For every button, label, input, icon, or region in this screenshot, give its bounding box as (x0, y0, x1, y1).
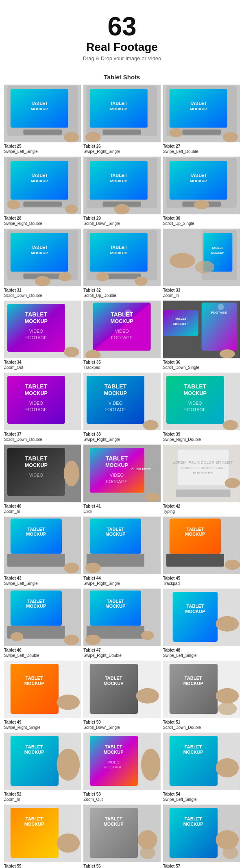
item-name: Tablet 44 (83, 576, 101, 580)
svg-text:MOCKUP: MOCKUP (106, 604, 126, 609)
item-name: Tablet 29 (83, 216, 101, 220)
list-item[interactable]: TABLET MOCKUP Tablet 44 Swipe_Right_Sing… (83, 517, 160, 586)
item-action: Zoom_In (4, 797, 20, 802)
svg-text:FOOTAGE: FOOTAGE (105, 407, 126, 412)
list-item[interactable]: TABLET MOCKUP Tablet 47 Swipe_Right_Doub… (83, 589, 160, 658)
list-item[interactable]: TABLET MOCKUP Tablet 32 Scroll_Up_Double (83, 229, 160, 298)
svg-text:CLICK HERE: CLICK HERE (131, 467, 151, 471)
list-item[interactable]: TABLET MOCKUP Tablet 25 Swipe_Left_Singl… (4, 85, 81, 154)
list-item[interactable]: TABLET MOCKUP Tablet 27 Swipe_Left_Doubl… (163, 85, 240, 154)
list-item[interactable]: TABLET MOCKUP VIDEO FOOTAGE CLICK HERE T… (83, 445, 160, 514)
list-item[interactable]: FOOTAGE TABLET MOCKUP Tablet 36 Scroll_D… (163, 301, 240, 370)
list-item[interactable]: TABLET MOCKUP Tablet 55 Swipe_Right_Sing… (4, 805, 81, 868)
list-item[interactable]: TABLET MOCKUP VIDEO FOOTAGE Tablet 34 Zo… (4, 301, 81, 370)
svg-text:VIDEO: VIDEO (29, 329, 44, 334)
svg-text:MOCKUP: MOCKUP (104, 391, 127, 397)
list-item[interactable]: TABLET MOCKUP VIDEO FOOTAGE Tablet 37 Sc… (4, 373, 81, 442)
svg-text:MOCKUP: MOCKUP (24, 750, 44, 755)
svg-text:TABLET: TABLET (28, 599, 45, 604)
item-name: Tablet 35 (83, 360, 101, 364)
list-item[interactable]: TABLET MOCKUP Tablet 33 Zoom_In (163, 229, 240, 298)
svg-rect-181 (169, 808, 217, 858)
svg-text:MOCKUP: MOCKUP (25, 391, 48, 397)
svg-text:MOCKUP: MOCKUP (190, 179, 207, 183)
item-action: Swipe_Right_Double (163, 437, 201, 442)
svg-point-63 (64, 347, 79, 357)
list-item[interactable]: TABLET MOCKUP VIDEO FOOTAGE Tablet 38 Sw… (83, 373, 160, 442)
svg-text:MOCKUP: MOCKUP (104, 750, 124, 755)
svg-text:VIDEO: VIDEO (29, 401, 44, 406)
svg-point-157 (218, 702, 237, 715)
svg-text:MOCKUP: MOCKUP (185, 609, 205, 614)
list-item[interactable]: TABLET MOCKUP Tablet 29 Scroll_Down_Sing… (83, 157, 160, 226)
list-item[interactable]: TABLET MOCKUP Tablet 52 Zoom_In (4, 733, 81, 802)
svg-text:TABLET: TABLET (105, 817, 122, 822)
list-item[interactable]: TABLET MOCKUP Tablet 57 Swipe_Right_Doub… (163, 805, 240, 868)
item-name: Tablet 48 (163, 648, 181, 652)
svg-point-44 (59, 273, 72, 281)
list-item[interactable]: TABLET MOCKUP Tablet 51 Scroll_Down_Doub… (163, 661, 240, 730)
svg-point-134 (11, 632, 24, 641)
svg-rect-127 (166, 554, 224, 567)
list-item[interactable]: TABLET MOCKUP Tablet 48 Swipe_Left_Singl… (163, 589, 240, 658)
svg-text:MOCKUP: MOCKUP (110, 107, 127, 111)
svg-text:TABLET: TABLET (30, 101, 48, 106)
svg-text:TABLET: TABLET (107, 599, 124, 604)
svg-point-69 (124, 310, 132, 317)
list-item[interactable]: TABLET MOCKUP Tablet 54 Swipe_Left_Singl… (163, 733, 240, 802)
svg-text:FOOTAGE: FOOTAGE (25, 335, 47, 340)
list-item[interactable]: TABLET MOCKUP Tablet 56 Swipe_Left_Doubl… (83, 805, 160, 868)
list-item[interactable]: TABLET MOCKUP VIDEO FOOTAGE Tablet 35 Tr… (83, 301, 160, 370)
section-title: Tablet Shots (0, 74, 244, 81)
svg-text:TABLET: TABLET (28, 527, 45, 532)
svg-text:TABLET: TABLET (110, 101, 128, 106)
svg-point-73 (218, 304, 224, 310)
item-action: Trackpad (163, 581, 180, 586)
svg-point-56 (169, 253, 195, 268)
item-action: Scroll_Down_Double (163, 725, 201, 730)
svg-point-88 (143, 420, 159, 430)
svg-point-128 (224, 560, 240, 570)
svg-text:FOOTAGE: FOOTAGE (25, 407, 47, 412)
svg-point-184 (216, 830, 239, 849)
svg-text:TABLET: TABLET (25, 456, 47, 462)
svg-text:TABLET: TABLET (190, 101, 207, 106)
svg-rect-176 (90, 808, 138, 858)
list-item[interactable]: TABLET MOCKUP Tablet 30 Scroll_Up_Single (163, 157, 240, 226)
svg-point-148 (57, 695, 80, 710)
svg-text:TABLET: TABLET (105, 384, 127, 390)
item-action: Scroll_Up_Double (83, 293, 116, 298)
item-action: Swipe_Right_Single (83, 149, 120, 154)
item-name: Tablet 40 (4, 504, 22, 508)
svg-point-140 (141, 631, 154, 640)
item-name: Tablet 43 (4, 576, 22, 580)
header: 63 Real Footage Drag & Drop your Image o… (0, 0, 244, 65)
list-item[interactable]: TABLET MOCKUP Tablet 31 Scroll_Down_Doub… (4, 229, 81, 298)
svg-rect-149 (90, 664, 138, 714)
svg-rect-141 (172, 592, 217, 642)
list-item[interactable]: TABLET MOCKUP Tablet 26 Swipe_Right_Sing… (83, 85, 160, 154)
svg-text:MOCKUP: MOCKUP (211, 251, 224, 255)
list-item[interactable]: TABLET MOCKUP Tablet 46 Swipe_Left_Doubl… (4, 589, 81, 658)
list-item[interactable]: TABLET MOCKUP Tablet 28 Swipe_Right_Doub… (4, 157, 81, 226)
list-item[interactable]: LOREM IPSUM DOLOR SIT AMET CONSECTETUR A… (163, 445, 240, 514)
list-item[interactable]: TABLET MOCKUP Tablet 45 Trackpad (163, 517, 240, 586)
list-item[interactable]: TABLET MOCKUP Tablet 49 Swipe_Right_Sing… (4, 661, 81, 730)
svg-point-70 (85, 350, 101, 359)
list-item[interactable]: TABLET MOCKUP VIDEO FOOTAGE Tablet 39 Sw… (163, 373, 240, 442)
list-item[interactable]: TABLET MOCKUP Tablet 43 Swipe_Left_Singl… (4, 517, 81, 586)
item-action: Scroll_Up_Single (163, 221, 194, 226)
svg-point-152 (136, 688, 159, 704)
list-item[interactable]: TABLET MOCKUP VIDEO FOOTAGE Tablet 53 Zo… (83, 733, 160, 802)
item-name: Tablet 56 (83, 864, 101, 868)
list-item[interactable]: TABLET MOCKUP Tablet 50 Scroll_Down_Sing… (83, 661, 160, 730)
svg-point-25 (65, 205, 78, 214)
svg-text:MOCKUP: MOCKUP (184, 391, 207, 397)
item-name: Tablet 37 (4, 432, 22, 436)
item-name: Tablet 33 (163, 288, 181, 292)
list-item[interactable]: TABLET MOCKUP VIDEO Tablet 40 Zoom_In (4, 445, 81, 514)
item-name: Tablet 54 (163, 792, 181, 796)
svg-text:MOCKUP: MOCKUP (183, 750, 203, 755)
svg-rect-172 (11, 808, 59, 858)
svg-text:TABLET: TABLET (190, 173, 207, 178)
